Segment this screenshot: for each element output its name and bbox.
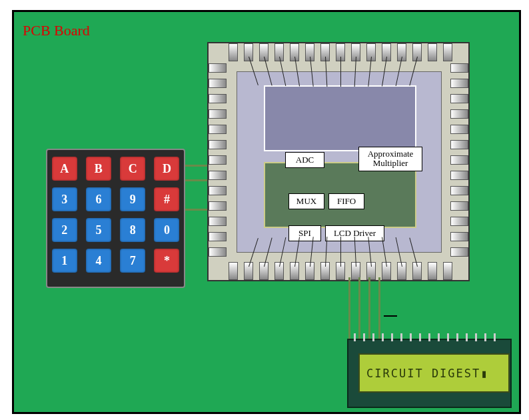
key-2[interactable]: 2 bbox=[52, 218, 77, 242]
chip-pin bbox=[443, 262, 452, 280]
chip-pin bbox=[450, 201, 468, 211]
spi-label: SPI bbox=[288, 225, 321, 241]
bond-wire bbox=[340, 57, 341, 87]
key-4[interactable]: 4 bbox=[86, 249, 111, 273]
chip-pin bbox=[450, 232, 468, 241]
adc-label: ADC bbox=[285, 152, 324, 168]
chip-pin bbox=[450, 140, 468, 149]
lcd-pin bbox=[456, 333, 458, 341]
chip-pin bbox=[209, 155, 227, 165]
chip-pin bbox=[209, 109, 227, 119]
bond-wire bbox=[340, 237, 341, 267]
board-title: PCB Board bbox=[23, 22, 90, 39]
lcd-pin bbox=[428, 333, 430, 341]
chip-pin bbox=[209, 171, 227, 180]
die-top-block bbox=[264, 85, 416, 151]
chip-pin bbox=[450, 186, 468, 195]
lcd-pin bbox=[410, 333, 412, 341]
frame: PCB Board ABCD369#2580147* ADC Approxima… bbox=[0, 0, 529, 420]
ic-chip: ADC Approximate Multiplier MUX FIFO SPI … bbox=[207, 42, 470, 281]
chip-pin bbox=[450, 79, 468, 88]
chip-pin bbox=[209, 63, 227, 73]
key-5[interactable]: 5 bbox=[86, 218, 111, 242]
key-0[interactable]: 0 bbox=[154, 218, 179, 242]
lcd-pin bbox=[382, 333, 384, 341]
chip-pin bbox=[450, 63, 468, 73]
key-B[interactable]: B bbox=[86, 157, 111, 181]
chip-pin bbox=[450, 94, 468, 103]
key-A[interactable]: A bbox=[52, 157, 77, 181]
chip-pin bbox=[209, 186, 227, 195]
key-7[interactable]: 7 bbox=[120, 249, 145, 273]
lcd-pin bbox=[372, 333, 374, 341]
key-1[interactable]: 1 bbox=[52, 249, 77, 273]
wire bbox=[348, 277, 350, 339]
lcd-pin bbox=[447, 333, 449, 341]
chip-pin bbox=[229, 43, 238, 61]
chip-pin bbox=[209, 140, 227, 149]
lcd-pin bbox=[363, 333, 365, 341]
chip-pin bbox=[450, 217, 468, 226]
chip-pin bbox=[209, 247, 227, 257]
chip-pin bbox=[450, 247, 468, 257]
chip-pin bbox=[229, 262, 238, 280]
wire bbox=[358, 277, 360, 339]
pcb-board: PCB Board ABCD369#2580147* ADC Approxima… bbox=[12, 10, 521, 414]
key-*[interactable]: * bbox=[154, 249, 179, 273]
approx-multiplier-label: Approximate Multiplier bbox=[358, 147, 422, 171]
lcd-screen: CIRCUIT DIGEST▮ bbox=[358, 353, 510, 393]
chip-pin bbox=[209, 125, 227, 134]
keypad[interactable]: ABCD369#2580147* bbox=[46, 149, 185, 288]
lcd-pin bbox=[391, 333, 393, 341]
lcd-pin bbox=[494, 333, 496, 341]
dash bbox=[384, 315, 397, 317]
chip-pin bbox=[209, 217, 227, 226]
lcd-pin bbox=[475, 333, 477, 341]
lcd-module: CIRCUIT DIGEST▮ bbox=[347, 339, 512, 408]
key-D[interactable]: D bbox=[154, 157, 179, 181]
lcd-pin bbox=[354, 333, 356, 341]
key-6[interactable]: 6 bbox=[86, 187, 111, 211]
chip-pin bbox=[450, 171, 468, 180]
key-9[interactable]: 9 bbox=[120, 187, 145, 211]
chip-pin bbox=[450, 125, 468, 134]
chip-pin bbox=[428, 262, 437, 280]
chip-pin bbox=[443, 43, 452, 61]
key-8[interactable]: 8 bbox=[120, 218, 145, 242]
key-#[interactable]: # bbox=[154, 187, 179, 211]
mux-label: MUX bbox=[288, 193, 324, 209]
chip-pin bbox=[209, 232, 227, 241]
lcd-pin bbox=[484, 333, 486, 341]
lcd-pin bbox=[400, 333, 402, 341]
chip-pin bbox=[450, 155, 468, 165]
chip-pin bbox=[450, 109, 468, 119]
chip-pin bbox=[209, 201, 227, 211]
wire bbox=[368, 277, 370, 339]
key-C[interactable]: C bbox=[120, 157, 145, 181]
fifo-label: FIFO bbox=[328, 193, 364, 209]
wire bbox=[378, 277, 380, 339]
chip-pin bbox=[428, 43, 437, 61]
chip-pin bbox=[209, 94, 227, 103]
lcd-pin bbox=[438, 333, 440, 341]
key-3[interactable]: 3 bbox=[52, 187, 77, 211]
chip-pin bbox=[209, 79, 227, 88]
lcd-pin bbox=[466, 333, 468, 341]
lcd-pin bbox=[419, 333, 421, 341]
